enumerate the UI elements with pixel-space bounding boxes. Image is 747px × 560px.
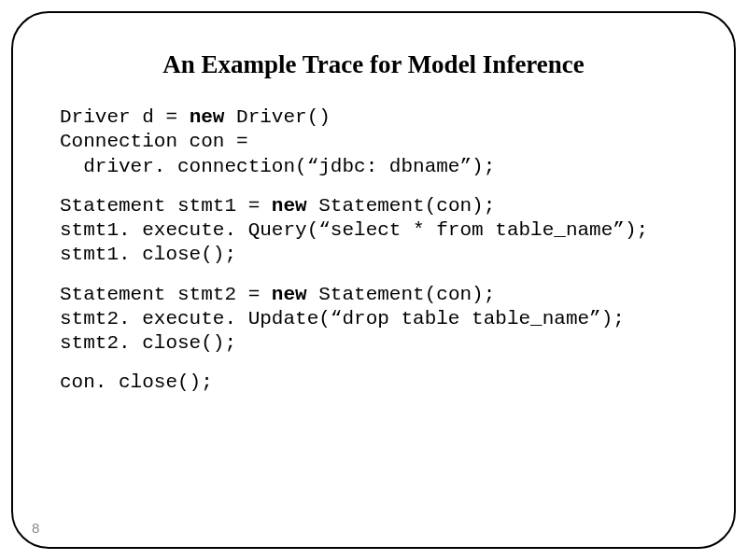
code-line-8: stmt2. execute. Update(“drop table table…: [60, 308, 625, 329]
code-line-7: Statement stmt2 = new Statement(con);: [60, 284, 495, 305]
code-line-10: con. close();: [60, 371, 213, 393]
slide-frame: An Example Trace for Model Inference Dri…: [11, 11, 736, 549]
code-line-4: Statement stmt1 = new Statement(con);: [60, 195, 495, 217]
code-line-9: stmt2. close();: [60, 332, 236, 354]
page-number: 8: [32, 520, 39, 536]
code-line-3: driver. connection(“jdbc: dbname”);: [60, 156, 495, 177]
code-line-5: stmt1. execute. Query(“select * from tab…: [60, 219, 648, 241]
code-line-1: Driver d = new Driver(): [60, 106, 331, 128]
slide-title: An Example Trace for Model Inference: [60, 50, 687, 79]
code-line-2: Connection con =: [60, 131, 248, 152]
code-line-6: stmt1. close();: [60, 244, 236, 265]
code-block: Driver d = new Driver() Connection con =…: [60, 105, 687, 396]
